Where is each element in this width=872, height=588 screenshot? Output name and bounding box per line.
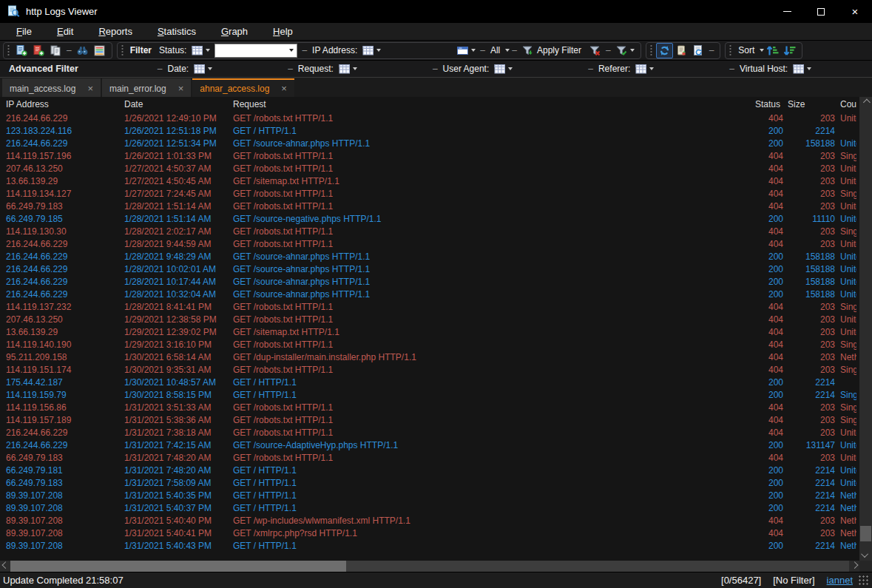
window-title: http Logs Viewer bbox=[26, 6, 98, 17]
scroll-left-button[interactable] bbox=[0, 561, 10, 572]
log-row[interactable]: 216.244.66.229 1/26/2021 12:49:10 PM GET… bbox=[0, 112, 859, 124]
virtual-host-window-button[interactable] bbox=[454, 43, 478, 58]
advanced-filter-grid-button[interactable] bbox=[633, 61, 656, 77]
close-icon[interactable]: × bbox=[87, 84, 93, 93]
log-file-tab[interactable]: ahnar_access.log × bbox=[192, 78, 294, 97]
log-row[interactable]: 216.244.66.229 1/28/2021 9:48:29 AM GET … bbox=[0, 250, 859, 263]
column-header-date[interactable]: Date bbox=[124, 99, 233, 109]
close-icon[interactable]: × bbox=[281, 84, 287, 93]
log-row[interactable]: 216.244.66.229 1/28/2021 9:44:59 AM GET … bbox=[0, 237, 859, 250]
menu-item[interactable]: Graph bbox=[214, 24, 255, 38]
resize-grip-icon[interactable] bbox=[859, 575, 869, 586]
reload-file-button[interactable] bbox=[690, 43, 707, 58]
log-row[interactable]: 123.183.224.116 1/26/2021 12:51:18 PM GE… bbox=[0, 124, 859, 137]
clear-filter-button[interactable] bbox=[587, 43, 604, 58]
log-row[interactable]: 13.66.139.29 1/27/2021 4:50:45 AM GET /s… bbox=[0, 175, 859, 187]
search-icon[interactable] bbox=[74, 43, 91, 58]
log-row[interactable]: 66.249.79.181 1/31/2021 7:48:20 AM GET /… bbox=[0, 464, 859, 476]
log-row[interactable]: 114.119.159.79 1/30/2021 8:58:15 PM GET … bbox=[0, 388, 859, 401]
vertical-scrollbar[interactable] bbox=[859, 97, 872, 561]
log-row[interactable]: 66.249.79.183 1/31/2021 7:48:20 AM GET /… bbox=[0, 451, 859, 464]
log-row[interactable]: 89.39.107.208 1/31/2021 5:40:37 PM GET /… bbox=[0, 501, 859, 514]
log-row[interactable]: 13.66.139.29 1/29/2021 12:39:02 PM GET /… bbox=[0, 325, 859, 338]
log-row[interactable]: 207.46.13.250 1/27/2021 4:50:37 AM GET /… bbox=[0, 162, 859, 175]
column-header-request[interactable]: Request bbox=[233, 99, 751, 109]
refresh-button[interactable] bbox=[656, 43, 673, 58]
log-row[interactable]: 66.249.79.183 1/28/2021 1:51:14 AM GET /… bbox=[0, 200, 859, 212]
apply-filter-button[interactable]: Apply Filter bbox=[519, 43, 587, 58]
log-row[interactable]: 89.39.107.208 1/31/2021 5:40:35 PM GET /… bbox=[0, 489, 859, 501]
virtual-host-all-value[interactable]: All bbox=[490, 45, 500, 55]
log-row[interactable]: 114.119.137.232 1/28/2021 8:41:41 PM GET… bbox=[0, 300, 859, 313]
close-button[interactable]: × bbox=[838, 0, 872, 23]
log-row[interactable]: 89.39.107.208 1/31/2021 5:40:40 PM GET /… bbox=[0, 514, 859, 527]
log-row[interactable]: 216.244.66.229 1/31/2021 7:42:15 AM GET … bbox=[0, 439, 859, 451]
log-row[interactable]: 114.119.140.190 1/29/2021 3:16:10 PM GET… bbox=[0, 338, 859, 351]
log-row[interactable]: 114.119.156.86 1/31/2021 3:51:33 AM GET … bbox=[0, 401, 859, 413]
menu-item[interactable]: Edit bbox=[50, 24, 81, 38]
log-row[interactable]: 216.244.66.229 1/28/2021 10:32:04 AM GET… bbox=[0, 288, 859, 300]
log-file-tab[interactable]: main_error.log × bbox=[102, 78, 191, 97]
log-row[interactable]: 114.119.157.196 1/26/2021 1:01:33 PM GET… bbox=[0, 149, 859, 162]
horizontal-scrollbar-thumb[interactable] bbox=[10, 561, 346, 572]
log-row[interactable]: 66.249.79.185 1/28/2021 1:51:14 AM GET /… bbox=[0, 212, 859, 225]
toolbar-grip[interactable] bbox=[649, 44, 653, 56]
scroll-up-button[interactable] bbox=[859, 97, 872, 108]
advanced-filter-grid-button[interactable] bbox=[791, 61, 814, 77]
chevron-down-icon bbox=[649, 67, 654, 70]
add-access-log-button[interactable] bbox=[13, 43, 30, 58]
sort-descending-button[interactable] bbox=[781, 43, 798, 58]
log-row[interactable]: 175.44.42.187 1/30/2021 10:48:57 AM GET … bbox=[0, 376, 859, 388]
log-row[interactable]: 114.119.130.30 1/28/2021 2:02:17 AM GET … bbox=[0, 225, 859, 237]
log-row[interactable]: 66.249.79.183 1/31/2021 7:58:09 AM GET /… bbox=[0, 476, 859, 489]
menu-item[interactable]: Reports bbox=[91, 24, 140, 38]
log-row[interactable]: 216.244.66.229 1/28/2021 10:17:44 AM GET… bbox=[0, 275, 859, 288]
menu-item[interactable]: Statistics bbox=[150, 24, 203, 38]
cell-country: United States bbox=[840, 314, 856, 325]
column-header-status[interactable]: Status bbox=[751, 99, 783, 109]
log-row[interactable]: 114.119.151.174 1/30/2021 9:35:31 AM GET… bbox=[0, 363, 859, 376]
column-header-size[interactable]: Size bbox=[783, 99, 835, 109]
log-row[interactable]: 207.46.13.250 1/29/2021 12:38:58 PM GET … bbox=[0, 313, 859, 325]
sort-label[interactable]: Sort bbox=[738, 45, 754, 55]
record-counter: [0/56427] bbox=[721, 575, 761, 586]
script-button[interactable] bbox=[673, 43, 690, 58]
toolbar-grip[interactable] bbox=[121, 44, 124, 56]
advanced-filter-grid-button[interactable] bbox=[337, 61, 359, 77]
status-filter-combobox[interactable] bbox=[214, 44, 297, 58]
chevron-down-icon[interactable] bbox=[505, 49, 510, 52]
cell-country: United States bbox=[840, 138, 856, 149]
log-file-tab[interactable]: main_access.log × bbox=[2, 78, 101, 97]
iannet-link[interactable]: iannet bbox=[827, 575, 853, 586]
log-row[interactable]: 216.244.66.229 1/28/2021 10:02:01 AM GET… bbox=[0, 263, 859, 275]
column-header-country[interactable]: Country bbox=[840, 99, 856, 109]
vertical-scrollbar-thumb[interactable] bbox=[860, 526, 871, 541]
scroll-right-button[interactable] bbox=[849, 561, 859, 572]
log-row[interactable]: 95.211.209.158 1/30/2021 6:58:14 AM GET … bbox=[0, 351, 859, 363]
status-grid-button[interactable] bbox=[189, 43, 212, 58]
column-header-ip-address[interactable]: IP Address bbox=[0, 99, 124, 109]
toolbar-grip[interactable] bbox=[7, 44, 10, 56]
sort-ascending-button[interactable] bbox=[764, 43, 781, 58]
minimize-button[interactable] bbox=[770, 0, 804, 23]
log-row[interactable]: 216.244.66.229 1/26/2021 12:51:34 PM GET… bbox=[0, 137, 859, 149]
ip-grid-button[interactable] bbox=[360, 43, 383, 58]
toolbar-grip[interactable] bbox=[729, 44, 732, 56]
log-row[interactable]: 216.244.66.229 1/31/2021 7:38:18 AM GET … bbox=[0, 426, 859, 439]
advanced-filter-grid-button[interactable] bbox=[492, 61, 515, 77]
maximize-button[interactable] bbox=[804, 0, 838, 23]
scroll-down-button[interactable] bbox=[859, 550, 872, 561]
menu-item[interactable]: Help bbox=[266, 24, 300, 38]
menu-item[interactable]: File bbox=[9, 24, 39, 38]
log-list-icon[interactable] bbox=[91, 43, 108, 58]
filter-options-button[interactable] bbox=[613, 43, 637, 58]
log-row[interactable]: 114.119.157.189 1/31/2021 5:38:36 AM GET… bbox=[0, 413, 859, 426]
close-icon[interactable]: × bbox=[178, 84, 184, 93]
split-log-button[interactable] bbox=[47, 43, 64, 58]
log-row[interactable]: 89.39.107.208 1/31/2021 5:40:43 PM GET /… bbox=[0, 539, 859, 552]
advanced-filter-grid-button[interactable] bbox=[192, 61, 214, 77]
horizontal-scrollbar[interactable] bbox=[0, 561, 859, 572]
log-row[interactable]: 114.119.134.127 1/27/2021 7:24:45 AM GET… bbox=[0, 187, 859, 200]
log-row[interactable]: 89.39.107.208 1/31/2021 5:40:41 PM GET /… bbox=[0, 527, 859, 539]
add-error-log-button[interactable] bbox=[30, 43, 47, 58]
